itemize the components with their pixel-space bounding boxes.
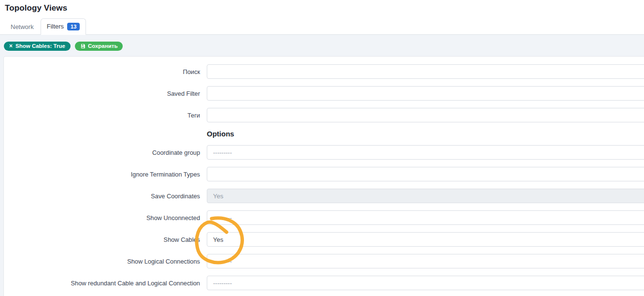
field-label-saved-filter: Saved Filter xyxy=(4,90,200,97)
tab-filters-label: Filters xyxy=(47,23,64,30)
filter-chip-label: Show Cables: True xyxy=(15,44,65,49)
save-coordinates-value: Yes xyxy=(213,192,223,200)
form-row: Show Unconnected --------- xyxy=(4,210,644,225)
show-logical-connections-value: --------- xyxy=(213,258,232,265)
content-area: × Show Cables: True Сохранить Поиск Sa xyxy=(0,35,644,296)
coordinate-group-select[interactable]: --------- xyxy=(207,145,644,160)
form-row: Поиск xyxy=(4,64,644,79)
field-label-show-unconnected: Show Unconnected xyxy=(4,214,200,222)
field-label-coordinate-group: Coordinate group xyxy=(4,149,200,156)
remove-filter-icon[interactable]: × xyxy=(9,44,13,49)
floppy-disk-icon xyxy=(80,44,86,49)
show-redundant-value: --------- xyxy=(213,280,232,287)
search-input[interactable] xyxy=(207,64,644,79)
page-header: Topology Views Network Filters 13 xyxy=(0,0,644,35)
form-row: Show Logical Connections --------- xyxy=(4,254,644,268)
field-label-search: Поиск xyxy=(4,68,200,75)
field-label-show-redundant: Show redundant Cable and Logical Connect… xyxy=(4,280,200,287)
filter-bar: × Show Cables: True Сохранить xyxy=(0,35,644,51)
field-label-ignore-termination-types: Ignore Termination Types xyxy=(4,171,200,178)
field-label-show-cables: Show Cables xyxy=(4,236,200,243)
form-row: Теги xyxy=(4,108,644,122)
tab-bar: Network Filters 13 xyxy=(0,19,644,35)
show-cables-value: Yes xyxy=(213,236,223,243)
show-unconnected-select[interactable]: --------- xyxy=(207,210,644,225)
save-coordinates-input: Yes xyxy=(207,189,644,203)
filter-chip-show-cables[interactable]: × Show Cables: True xyxy=(4,42,71,51)
form-row: Ignore Termination Types xyxy=(4,167,644,181)
form-row: Saved Filter xyxy=(4,86,644,101)
field-label-save-coordinates: Save Coordinates xyxy=(4,192,200,200)
tags-input[interactable] xyxy=(207,108,644,122)
form-row: Save Coordinates Yes xyxy=(4,189,644,203)
show-cables-select[interactable]: Yes xyxy=(207,232,644,247)
field-label-show-logical-connections: Show Logical Connections xyxy=(4,258,200,265)
form-row: Coordinate group --------- xyxy=(4,145,644,160)
tab-network[interactable]: Network xyxy=(4,20,41,34)
coordinate-group-value: --------- xyxy=(213,149,232,156)
form-row: Show redundant Cable and Logical Connect… xyxy=(4,276,644,290)
filter-count-badge: 13 xyxy=(67,23,80,30)
show-redundant-select[interactable]: --------- xyxy=(207,276,644,290)
options-section-heading: Options xyxy=(207,130,644,138)
ignore-termination-types-input[interactable] xyxy=(207,167,644,181)
tab-filters[interactable]: Filters 13 xyxy=(41,18,86,35)
show-logical-connections-select[interactable]: --------- xyxy=(207,254,644,268)
field-label-tags: Теги xyxy=(4,112,200,119)
saved-filter-input[interactable] xyxy=(207,86,644,101)
filters-form-card: Поиск Saved Filter Теги Options Coordina… xyxy=(3,56,644,296)
show-unconnected-value: --------- xyxy=(213,214,232,222)
save-button-label: Сохранить xyxy=(88,44,118,49)
save-filter-button[interactable]: Сохранить xyxy=(75,42,123,51)
form-row: Show Cables Yes xyxy=(4,232,644,247)
page-title: Topology Views xyxy=(0,0,644,13)
